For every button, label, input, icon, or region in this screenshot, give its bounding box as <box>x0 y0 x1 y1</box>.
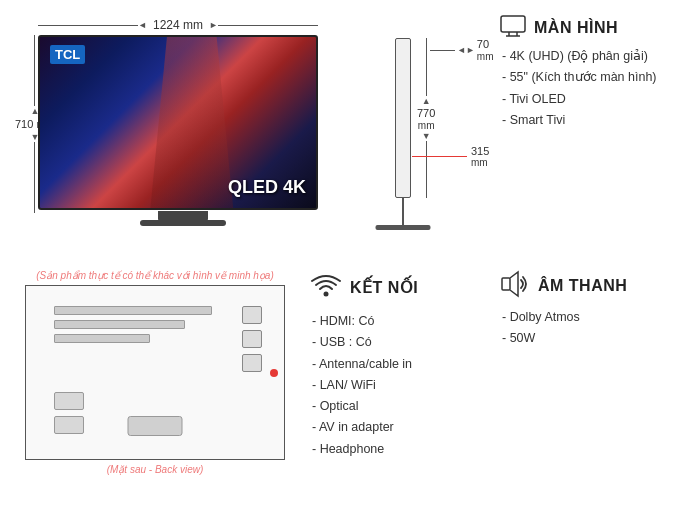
tv-frame: TCL QLED 4K <box>38 35 318 210</box>
tcl-logo: TCL <box>50 45 85 64</box>
dim-70-unit: mm <box>477 51 494 62</box>
conn-item-1: - USB : Có <box>310 332 490 353</box>
svg-point-4 <box>324 292 329 297</box>
conn-item-3: - LAN/ WiFi <box>310 375 490 396</box>
conn-item-2: - Antenna/cable in <box>310 354 490 375</box>
back-view: (Sản phẩm thực tế có thể khác với hình v… <box>10 270 300 522</box>
display-item-1: - 55" (Kích thước màn hình) <box>500 67 686 88</box>
port-center-bottom <box>128 416 183 436</box>
conn-item-6: - Headphone <box>310 439 490 460</box>
audio-section: ÂM THANH - Dolby Atmos - 50W <box>490 270 686 522</box>
dim-top-label: 1224 mm <box>147 18 209 32</box>
speaker-icon <box>500 270 530 301</box>
tv-diagram: ◄ 1224 mm ► ▲ 710 mm ▼ TCL <box>10 10 370 265</box>
back-view-label: (Mặt sau - Back view) <box>10 464 300 475</box>
dim-315-unit: mm <box>471 157 489 168</box>
dim-70-label: 70 <box>477 38 494 51</box>
port-bars <box>54 306 229 343</box>
connectivity-title: KẾT NỐI <box>350 278 418 297</box>
dim-70: ◄► 70 mm <box>430 38 494 62</box>
port-left-bottom <box>54 392 84 434</box>
svg-rect-5 <box>502 278 510 290</box>
audio-item-1: - 50W <box>500 328 686 349</box>
audio-header: ÂM THANH <box>500 270 686 301</box>
connectivity-list: - HDMI: Có - USB : Có - Antenna/cable in… <box>310 311 490 460</box>
monitor-icon <box>500 15 526 40</box>
port-squares <box>242 306 262 372</box>
specs-panel: MÀN HÌNH - 4K (UHD) (Độ phân giải) - 55"… <box>485 10 686 265</box>
audio-title: ÂM THANH <box>538 277 627 295</box>
dim-315: 315 mm <box>411 145 489 168</box>
svg-rect-0 <box>501 16 525 32</box>
dim-770-unit: mm <box>418 120 435 131</box>
dim-770-label: 770 <box>417 106 435 120</box>
qled-label: QLED 4K <box>228 177 306 198</box>
display-item-0: - 4K (UHD) (Độ phân giải) <box>500 46 686 67</box>
main-container: ◄ 1224 mm ► ▲ 710 mm ▼ TCL <box>0 0 696 522</box>
top-section: ◄ 1224 mm ► ▲ 710 mm ▼ TCL <box>10 10 686 265</box>
display-item-2: - Tivi OLED <box>500 89 686 110</box>
display-list: - 4K (UHD) (Độ phân giải) - 55" (Kích th… <box>500 46 686 131</box>
connectivity-section: KẾT NỐI - HDMI: Có - USB : Có - Antenna/… <box>300 270 490 522</box>
conn-item-5: - AV in adapter <box>310 417 490 438</box>
back-panel-inner <box>46 301 264 444</box>
conn-item-0: - HDMI: Có <box>310 311 490 332</box>
connectivity-header: KẾT NỐI <box>310 270 490 305</box>
wifi-icon <box>310 270 342 305</box>
side-tv-body <box>395 38 411 198</box>
audio-list: - Dolby Atmos - 50W <box>500 307 686 350</box>
display-header: MÀN HÌNH <box>500 15 686 40</box>
conn-item-4: - Optical <box>310 396 490 417</box>
bottom-section: (Sản phẩm thực tế có thể khác với hình v… <box>10 270 686 522</box>
display-item-3: - Smart Tivi <box>500 110 686 131</box>
back-note: (Sản phẩm thực tế có thể khác với hình v… <box>10 270 300 281</box>
display-title: MÀN HÌNH <box>534 19 618 37</box>
top-dim-line: ◄ 1224 mm ► <box>38 18 318 32</box>
back-frame <box>25 285 285 460</box>
audio-item-0: - Dolby Atmos <box>500 307 686 328</box>
dim-315-label: 315 <box>471 145 489 157</box>
display-specs: MÀN HÌNH - 4K (UHD) (Độ phân giải) - 55"… <box>500 15 686 131</box>
red-dot <box>270 369 278 377</box>
side-profile-container: ▲ 770 mm ▼ ◄► 70 mm 31 <box>375 30 485 265</box>
tv-stand-base <box>140 220 226 226</box>
tv-screen: TCL QLED 4K <box>40 37 316 208</box>
